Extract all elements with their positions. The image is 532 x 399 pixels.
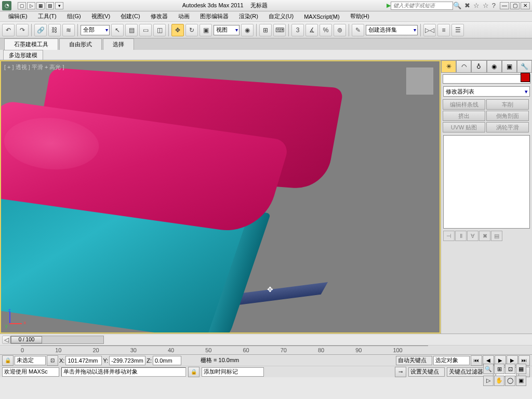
binoculars-icon[interactable]: 🔍 (453, 2, 461, 9)
pin-stack-icon[interactable]: ⊣ (443, 231, 455, 241)
unlink-button[interactable]: ⛓ (48, 24, 61, 36)
zoom-extents-icon[interactable]: ⊡ (505, 364, 515, 374)
cmd-tab-modify[interactable]: ◠ (456, 60, 471, 73)
time-slider-track[interactable]: 0 / 100 (10, 336, 104, 344)
pivot-button[interactable]: ◉ (241, 24, 254, 36)
menu-animation[interactable]: 动画 (174, 11, 194, 21)
menu-edit[interactable]: 编辑(E) (4, 11, 32, 21)
menu-tools[interactable]: 工具(T) (34, 11, 61, 21)
mod-btn-bevelprofile[interactable]: 倒角剖面 (486, 111, 529, 121)
scale-button[interactable]: ▣ (200, 24, 212, 36)
named-sel-edit-button[interactable]: ✎ (352, 24, 364, 36)
percent-snap-button[interactable]: % (320, 24, 332, 36)
menu-view[interactable]: 视图(V) (87, 11, 115, 21)
timetag-lock-icon[interactable]: 🔒 (188, 367, 200, 377)
rotate-button[interactable]: ↻ (185, 24, 198, 36)
viewcube[interactable] (406, 68, 433, 95)
snap-toggle-button[interactable]: 3 (291, 24, 304, 36)
bind-button[interactable]: ≋ (62, 24, 75, 36)
cmd-tab-create[interactable]: ✳ (441, 60, 456, 73)
rect-select-button[interactable]: ▭ (139, 24, 152, 36)
zoom-extents-all-icon[interactable]: ▦ (516, 364, 526, 374)
fov-icon[interactable]: ▷ (483, 376, 494, 386)
align-button[interactable]: ≡ (437, 24, 450, 36)
remove-mod-icon[interactable]: ✖ (479, 231, 490, 241)
move-button[interactable]: ✥ (171, 24, 184, 36)
selection-filter[interactable]: 全部 (81, 25, 110, 35)
layers-button[interactable]: ☰ (451, 24, 464, 36)
menu-create[interactable]: 创建(C) (116, 11, 144, 21)
object-color-swatch[interactable] (521, 73, 530, 82)
make-unique-icon[interactable]: ∀ (467, 231, 478, 241)
mod-btn-uvwmap[interactable]: UVW 贴图 (443, 122, 485, 132)
viewport[interactable]: [ + ] 透视 ] 平滑 + 高光 ] ✥ zxy (0, 60, 441, 334)
z-field[interactable]: 0.0mm (153, 356, 181, 365)
star-icon[interactable]: ☆ (473, 2, 480, 9)
redo-title-icon[interactable]: ▾ (55, 2, 63, 9)
ref-coord[interactable]: 视图 (214, 25, 240, 35)
selobj-combo[interactable]: 选定对象 (433, 356, 470, 365)
manipulate-button[interactable]: ⊞ (259, 24, 272, 36)
mod-btn-turbosmooth[interactable]: 涡轮平滑 (486, 122, 529, 132)
time-slider-thumb[interactable]: 0 / 100 (11, 336, 42, 343)
x-field[interactable]: 101.472mm (65, 356, 102, 365)
autokey-button[interactable]: 自动关键点 (396, 356, 432, 365)
cmd-tab-motion[interactable]: ◉ (487, 60, 502, 73)
add-time-tag[interactable]: 添加时间标记 (202, 367, 264, 377)
time-ruler[interactable]: 0 10 20 30 40 50 60 70 80 90 100 (0, 345, 532, 354)
menu-rendering[interactable]: 渲染(R) (235, 11, 262, 21)
menu-group[interactable]: 组(G) (63, 11, 85, 21)
app-icon[interactable]: ◔ (2, 1, 11, 10)
cmd-tab-display[interactable]: ▣ (502, 60, 517, 73)
mod-btn-lathe[interactable]: 车削 (486, 99, 529, 110)
modifier-stack[interactable] (443, 135, 530, 229)
keyboard-shortcut-button[interactable]: ⌨ (273, 24, 286, 36)
link-button[interactable]: 🔗 (34, 24, 47, 36)
cmd-tab-utilities[interactable]: 🔧 (517, 60, 532, 73)
menu-help[interactable]: 帮助(H) (346, 11, 374, 21)
close-button[interactable]: ✕ (521, 2, 530, 9)
tab-freeform[interactable]: 自由形式 (59, 38, 102, 50)
minimize-button[interactable]: — (500, 2, 509, 9)
timeslider-prev[interactable]: ◁ (2, 336, 10, 344)
configure-sets-icon[interactable]: ▤ (491, 231, 502, 241)
object-name-field[interactable] (443, 74, 530, 84)
favorite-icon[interactable]: ☆ (483, 2, 489, 9)
window-crossing-button[interactable]: ◫ (153, 24, 166, 36)
spinner-snap-button[interactable]: ⊚ (334, 24, 346, 36)
undo-button[interactable]: ↶ (2, 24, 15, 36)
search-input[interactable] (391, 2, 453, 10)
tab-graphite[interactable]: 石墨建模工具 (4, 38, 58, 50)
mod-btn-extrude[interactable]: 挤出 (443, 111, 485, 121)
viewport-label[interactable]: [ + ] 透视 ] 平滑 + 高光 ] (4, 63, 64, 71)
tab-selection[interactable]: 选择 (103, 38, 134, 50)
zoom-icon[interactable]: 🔍 (483, 364, 494, 374)
select-button[interactable]: ↖ (111, 24, 124, 36)
maxscript-listener[interactable]: 欢迎使用 MAXSc (2, 367, 59, 377)
orbit-icon[interactable]: ◯ (505, 376, 515, 386)
undo-title-icon[interactable]: ▧ (46, 2, 54, 9)
cmd-tab-hierarchy[interactable]: ♁ (471, 60, 486, 73)
maximize-button[interactable]: ▢ (510, 2, 520, 9)
menu-customize[interactable]: 自定义(U) (264, 11, 298, 21)
wrench-icon[interactable]: ✖ (464, 2, 470, 9)
pan-icon[interactable]: ✋ (494, 376, 504, 386)
setkey-large-icon[interactable]: ⊸ (395, 367, 406, 377)
mirror-button[interactable]: ▷◁ (423, 24, 436, 36)
maximize-viewport-icon[interactable]: ▣ (516, 376, 526, 386)
save-icon[interactable]: ▦ (36, 2, 45, 9)
modifier-list[interactable]: 修改器列表 (443, 86, 530, 97)
open-icon[interactable]: ▷ (27, 2, 35, 9)
isolate-icon[interactable]: ⊡ (47, 355, 58, 366)
zoom-all-icon[interactable]: ⊞ (494, 364, 504, 374)
help-icon[interactable]: ? (492, 2, 496, 9)
redo-button[interactable]: ↷ (16, 24, 29, 36)
show-end-result-icon[interactable]: Ⅱ (455, 231, 467, 241)
subtab-polymodel[interactable]: 多边形建模 (3, 50, 43, 60)
menu-maxscript[interactable]: MAXScript(M) (300, 12, 343, 21)
mod-btn-editspline[interactable]: 编辑样条线 (443, 99, 485, 110)
y-field[interactable]: -299.723mm (109, 356, 145, 365)
select-name-button[interactable]: ▤ (125, 24, 138, 36)
named-selection-sets[interactable]: 创建选择集 (366, 25, 418, 35)
lock-selection-icon[interactable]: 🔒 (2, 355, 14, 366)
